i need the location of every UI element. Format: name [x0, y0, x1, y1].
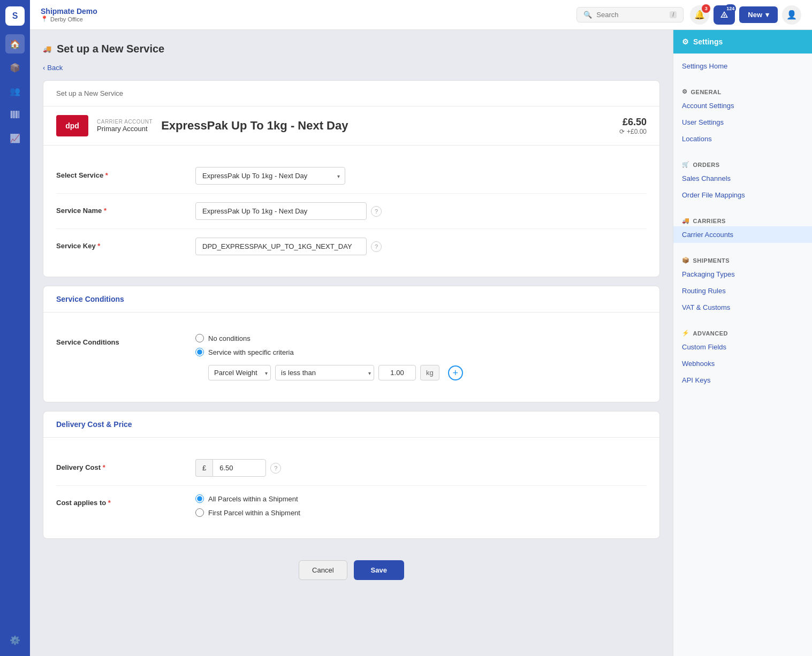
settings-carriers-title: 🚚 CARRIERS [673, 212, 812, 226]
search-input[interactable] [596, 11, 665, 19]
service-price-value: £6.50 [619, 117, 647, 128]
add-condition-button[interactable]: + [448, 365, 463, 380]
settings-account-settings[interactable]: Account Settings [673, 97, 812, 114]
settings-title: Settings [693, 37, 723, 46]
new-button[interactable]: New ▾ [739, 6, 778, 23]
radio-specific-criteria[interactable]: Service with specific criteria [195, 348, 647, 356]
settings-advanced-title: ⚡ ADVANCED [673, 324, 812, 339]
required-indicator-5: * [108, 499, 111, 507]
delivery-body: Delivery Cost * £ ? [43, 438, 659, 538]
select-service-control: ExpressPak Up To 1kg - Next DayExpressPa… [195, 167, 647, 185]
svg-rect-8 [724, 17, 725, 18]
radio-no-conditions[interactable]: No conditions [195, 334, 647, 342]
settings-vat-customs[interactable]: VAT & Customs [673, 299, 812, 316]
service-name-label: Service Name * [56, 202, 195, 215]
sidebar-item-settings[interactable]: ⚙️ [5, 630, 25, 650]
page-header: 🚚 Set up a New Service [43, 43, 660, 55]
user-menu-button[interactable]: 👤 [782, 5, 801, 25]
search-shortcut: / [670, 11, 677, 18]
required-indicator: * [105, 171, 108, 179]
setup-form-card: Set up a New Service dpd CARRIER ACCOUNT… [43, 80, 660, 277]
condition-unit: kg [420, 365, 439, 380]
settings-webhooks[interactable]: Webhooks [673, 355, 812, 372]
conditions-row: Service Conditions No conditions S [56, 325, 647, 389]
alerts-button[interactable]: 124 [714, 5, 735, 25]
settings-home-link[interactable]: Settings Home [673, 58, 812, 74]
radio-no-conditions-input[interactable] [195, 334, 204, 342]
orders-icon: 🛒 [682, 161, 690, 168]
settings-sales-channels[interactable]: Sales Channels [673, 170, 812, 187]
settings-locations[interactable]: Locations [673, 131, 812, 147]
service-name-input[interactable] [195, 202, 367, 220]
service-banner: dpd CARRIER ACCOUNT Primary Account Expr… [43, 106, 659, 146]
delivery-cost-help-icon[interactable]: ? [270, 463, 281, 474]
svg-rect-6 [19, 111, 19, 118]
settings-section-shipments: 📦 SHIPMENTS Packaging Types Routing Rule… [673, 247, 812, 320]
service-key-label: Service Key * [56, 238, 195, 250]
conditions-control: No conditions Service with specific crit… [195, 334, 647, 380]
settings-gear-icon: ⚙ [682, 37, 689, 46]
app-logo[interactable]: S [5, 6, 25, 26]
settings-api-keys[interactable]: API Keys [673, 372, 812, 388]
svg-rect-0 [11, 111, 12, 118]
settings-order-file-mappings[interactable]: Order File Mappings [673, 187, 812, 203]
carrier-logo: dpd [56, 115, 88, 136]
settings-user-settings[interactable]: User Settings [673, 114, 812, 131]
service-price: £6.50 ⟳ +£0.00 [619, 117, 647, 135]
carrier-account-label: CARRIER ACCOUNT [97, 119, 153, 125]
condition-value-input[interactable] [378, 365, 416, 380]
main-content: 🚚 Set up a New Service ‹ Back Set up a N… [30, 30, 673, 656]
sidebar-item-customers[interactable]: 👥 [5, 81, 25, 101]
settings-routing-rules[interactable]: Routing Rules [673, 283, 812, 299]
cost-applies-radio-group: All Parcels within a Shipment First Parc… [195, 494, 647, 517]
sidebar-item-barcode[interactable] [5, 105, 25, 124]
condition-field-select[interactable]: Parcel WeightParcel LengthParcel WidthPa… [208, 365, 271, 380]
carrier-account-name: Primary Account [97, 125, 153, 133]
settings-section-home: Settings Home [673, 54, 812, 79]
brand-name: Shipmate Demo [41, 7, 97, 16]
settings-custom-fields[interactable]: Custom Fields [673, 339, 812, 355]
svg-rect-2 [13, 111, 14, 118]
sidebar-item-analytics[interactable]: 📈 [5, 128, 25, 148]
service-key-help-icon[interactable]: ? [371, 241, 382, 252]
search-bar[interactable]: 🔍 / [576, 7, 684, 22]
service-key-control: ? [195, 238, 647, 255]
conditions-section: Service Conditions Service Conditions No… [43, 286, 660, 402]
new-button-chevron: ▾ [765, 11, 769, 19]
select-service-dropdown[interactable]: ExpressPak Up To 1kg - Next DayExpressPa… [195, 167, 345, 185]
back-link[interactable]: ‹ Back [43, 64, 660, 72]
save-button[interactable]: Save [354, 560, 404, 580]
delivery-section: Delivery Cost & Price Delivery Cost * £ [43, 411, 660, 539]
sidebar-item-shipments[interactable]: 📦 [5, 58, 25, 77]
settings-section-carriers: 🚚 CARRIERS Carrier Accounts [673, 208, 812, 247]
radio-specific-input[interactable] [195, 348, 204, 356]
general-icon: ⚙ [682, 88, 688, 95]
form-actions: Cancel Save [43, 547, 660, 593]
required-indicator-3: * [97, 242, 100, 250]
brand: Shipmate Demo 📍 Derby Office [41, 7, 97, 22]
service-key-input[interactable] [195, 238, 367, 255]
form-card-header: Set up a New Service [43, 81, 659, 106]
cost-applies-control: All Parcels within a Shipment First Parc… [195, 494, 647, 517]
condition-operator-select[interactable]: is less thanis greater thanis equal tois… [275, 365, 374, 380]
location-icon: 📍 [41, 16, 48, 22]
cancel-button[interactable]: Cancel [299, 560, 347, 580]
delivery-header: Delivery Cost & Price [43, 411, 659, 438]
required-indicator-2: * [104, 207, 107, 215]
radio-first-parcel-input[interactable] [195, 508, 204, 517]
sidebar-item-home[interactable]: 🏠 [5, 34, 25, 54]
notifications-button[interactable]: 🔔 3 [690, 5, 709, 25]
conditions-radio-group: No conditions Service with specific crit… [195, 334, 647, 356]
delivery-cost-label: Delivery Cost * [56, 459, 195, 471]
radio-all-parcels-input[interactable] [195, 494, 204, 503]
service-name-help-icon[interactable]: ? [371, 206, 382, 217]
select-service-label: Select Service * [56, 167, 195, 179]
delivery-cost-input[interactable] [213, 459, 266, 477]
settings-packaging-types[interactable]: Packaging Types [673, 266, 812, 283]
radio-first-parcel[interactable]: First Parcel within a Shipment [195, 508, 647, 517]
radio-all-parcels[interactable]: All Parcels within a Shipment [195, 494, 647, 503]
page-header-icon: 🚚 [43, 45, 51, 53]
settings-carrier-accounts[interactable]: Carrier Accounts [673, 226, 812, 243]
delivery-cost-input-wrap: £ ? [195, 459, 647, 477]
service-name-row: Service Name * ? [56, 194, 647, 229]
